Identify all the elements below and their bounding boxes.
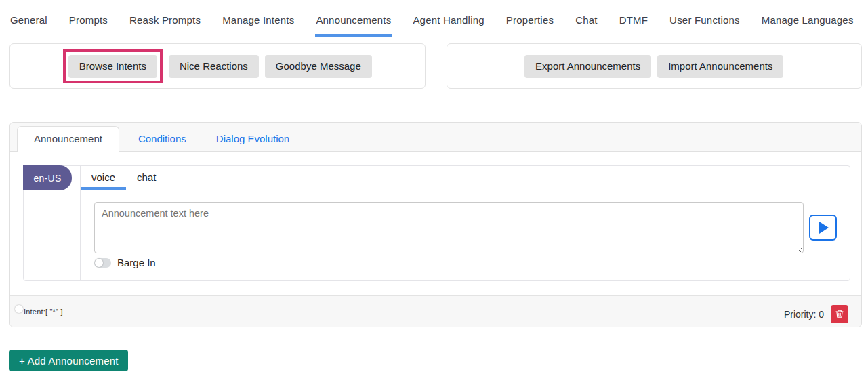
export-announcements-button[interactable]: Export Announcements bbox=[524, 55, 651, 78]
browse-intents-highlight: Browse Intents bbox=[63, 49, 163, 83]
tab-dialog-evolution[interactable]: Dialog Evolution bbox=[205, 127, 300, 151]
tab-conditions[interactable]: Conditions bbox=[127, 127, 197, 151]
announcement-text-input[interactable] bbox=[94, 202, 804, 253]
intent-summary: Intent:[ "*" ] bbox=[24, 308, 63, 316]
channel-tabs: voice chat bbox=[81, 166, 850, 190]
footer-right: Priority: 0 bbox=[784, 305, 848, 323]
tab-announcements[interactable]: Announcements bbox=[315, 9, 392, 37]
tab-chat[interactable]: Chat bbox=[575, 9, 598, 37]
intents-panel: Browse Intents Nice Reactions Goodbye Me… bbox=[9, 43, 426, 89]
toolbar-row: Browse Intents Nice Reactions Goodbye Me… bbox=[9, 43, 862, 89]
top-nav: General Prompts Reask Prompts Manage Int… bbox=[0, 0, 868, 37]
add-announcement-button[interactable]: + Add Announcement bbox=[9, 350, 128, 371]
voice-tab-content: Barge In bbox=[81, 190, 850, 280]
tab-user-functions[interactable]: User Functions bbox=[669, 9, 741, 37]
import-announcements-button[interactable]: Import Announcements bbox=[657, 55, 783, 78]
barge-in-toggle[interactable] bbox=[94, 258, 111, 268]
toggle-knob-icon bbox=[95, 259, 103, 267]
announcement-card-tabs: Announcement Conditions Dialog Evolution bbox=[10, 123, 861, 152]
announcement-input-row bbox=[94, 202, 837, 253]
barge-in-row: Barge In bbox=[94, 257, 837, 268]
language-column: en-US bbox=[24, 166, 81, 280]
tab-general[interactable]: General bbox=[9, 9, 48, 37]
language-section: en-US voice chat Barge In bbox=[23, 165, 850, 281]
tab-properties[interactable]: Properties bbox=[505, 9, 554, 37]
goodbye-message-button[interactable]: Goodbye Message bbox=[265, 55, 372, 78]
browse-intents-button[interactable]: Browse Intents bbox=[68, 55, 157, 78]
footer-left: Intent:[ "*" ] bbox=[24, 304, 63, 323]
channel-column: voice chat Barge In bbox=[81, 166, 850, 280]
tab-announcement[interactable]: Announcement bbox=[17, 126, 119, 152]
announcement-card-body: en-US voice chat Barge In bbox=[10, 152, 861, 295]
tab-agent-handling[interactable]: Agent Handling bbox=[412, 9, 484, 37]
tab-chat[interactable]: chat bbox=[126, 166, 167, 190]
tab-voice[interactable]: voice bbox=[81, 166, 126, 190]
tab-manage-intents[interactable]: Manage Intents bbox=[222, 9, 295, 37]
toggle-knob-icon bbox=[15, 305, 23, 313]
announcement-card: Announcement Conditions Dialog Evolution… bbox=[9, 122, 862, 327]
priority-label: Priority: 0 bbox=[784, 309, 824, 320]
language-badge: en-US bbox=[23, 165, 72, 190]
tab-dtmf[interactable]: DTMF bbox=[619, 9, 648, 37]
tab-prompts[interactable]: Prompts bbox=[68, 9, 108, 37]
barge-in-label: Barge In bbox=[117, 257, 156, 268]
tab-manage-languages[interactable]: Manage Languages bbox=[761, 9, 854, 37]
play-announcement-button[interactable] bbox=[809, 215, 837, 241]
announcement-card-footer: Intent:[ "*" ] Priority: 0 bbox=[10, 295, 861, 327]
tab-reask-prompts[interactable]: Reask Prompts bbox=[129, 9, 201, 37]
trash-icon bbox=[835, 309, 844, 319]
delete-announcement-button[interactable] bbox=[831, 305, 848, 323]
nice-reactions-button[interactable]: Nice Reactions bbox=[169, 55, 259, 78]
announcements-io-panel: Export Announcements Import Announcement… bbox=[447, 43, 863, 89]
play-icon bbox=[819, 222, 829, 234]
